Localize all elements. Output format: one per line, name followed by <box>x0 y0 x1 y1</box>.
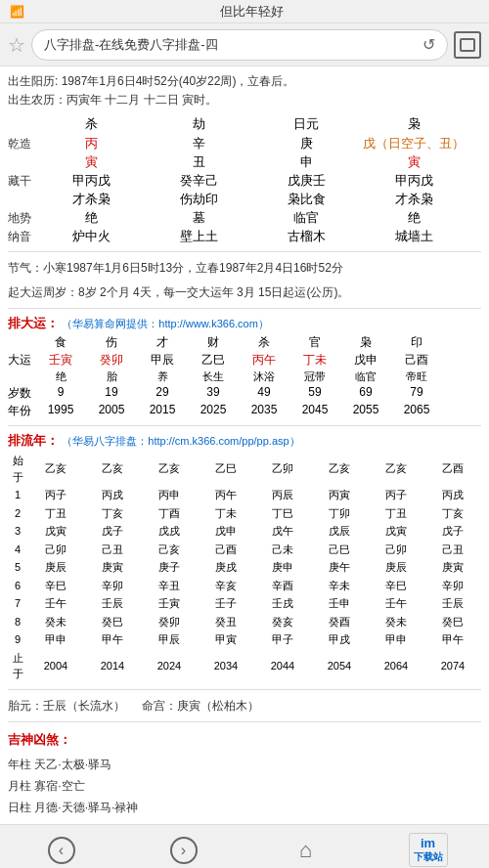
jishen-section: 吉神凶煞： 年柱 天乙·太极·驿马 月柱 寡宿·空亡 日柱 月德·天德·驿马·禄… <box>8 728 481 818</box>
dayun-age-1: 9 <box>35 385 86 402</box>
forward-arrow-icon: › <box>170 837 198 864</box>
dayun-year-row: 年份 1995 2005 2015 2025 2035 2045 2055 20… <box>8 403 481 419</box>
ln-8-2: 癸巳 <box>84 613 141 631</box>
bazi-canggan-4: 甲丙戊 <box>360 172 467 190</box>
ln-4-7: 己卯 <box>368 541 424 559</box>
refresh-icon[interactable]: ↺ <box>422 35 435 54</box>
dayun-sublabel-2: 伤 <box>86 334 137 351</box>
url-bar[interactable]: 八字排盘-在线免费八字排盘-四 ↺ <box>31 29 448 61</box>
dayun-sublabel-6: 官 <box>289 334 340 351</box>
liunian-start-6: 乙亥 <box>311 452 368 486</box>
ln-9-8: 甲午 <box>424 630 481 649</box>
ln-8-8: 癸巳 <box>424 613 481 631</box>
ln-9-7: 甲申 <box>368 630 424 649</box>
bottom-nav: ‹ › ⌂ im下载站 <box>0 824 489 868</box>
dayun-sublabel-7: 枭 <box>340 334 391 351</box>
bazi-header-row: 杀 劫 日元 枭 <box>37 115 481 133</box>
dayun-sub-1: 绝 <box>35 369 86 384</box>
ln-3-8: 戊子 <box>424 522 481 541</box>
status-bar: 📶 但比年轻好 <box>0 0 489 23</box>
ln-2-5: 丁巳 <box>254 504 311 523</box>
liunian-row-7: 7 壬午 壬辰 壬寅 壬子 壬戌 壬申 壬午 壬辰 <box>8 594 481 613</box>
ln-1-7: 丙子 <box>368 486 424 504</box>
bazi-shens-row: 才杀枭 伤劫印 枭比食 才杀枭 <box>8 191 481 208</box>
dayun-age-label: 岁数 <box>8 385 35 402</box>
ln-8-3: 癸卯 <box>141 613 198 631</box>
liunian-row-1-num: 1 <box>8 486 27 504</box>
bazi-canggan-row: 藏干 甲丙戊 癸辛己 戊庚壬 甲丙戊 <box>8 172 481 190</box>
ln-1-2: 丙戌 <box>84 486 141 504</box>
ln-5-4: 庚戌 <box>198 558 254 577</box>
ln-5-7: 庚辰 <box>368 558 424 577</box>
bazi-dishi-3: 临官 <box>252 209 360 227</box>
bazi-shens-2: 伤劫印 <box>145 191 252 208</box>
liunian-source[interactable]: （华易八字排盘：http://cm.k366.com/pp/pp.asp） <box>62 435 299 447</box>
bazi-dishi-row: 地势 绝 墓 临官 绝 <box>8 209 481 227</box>
ln-4-4: 己酉 <box>198 541 254 559</box>
dayun-year-6: 2045 <box>289 403 340 419</box>
ln-8-1: 癸未 <box>27 613 84 631</box>
expand-button[interactable] <box>454 31 481 59</box>
liunian-row-6-num: 6 <box>8 577 27 595</box>
url-text: 八字排盘-在线免费八字排盘-四 <box>44 36 419 54</box>
liunian-start-label: 始于 <box>8 452 27 486</box>
ln-9-2: 甲午 <box>84 630 141 649</box>
dayun-age-2: 19 <box>86 385 137 402</box>
download-button[interactable]: im下载站 <box>407 829 450 868</box>
home-button[interactable]: ⌂ <box>285 829 328 868</box>
ln-7-7: 壬午 <box>368 594 424 613</box>
ln-3-6: 戊辰 <box>311 522 368 541</box>
main-content: 出生阳历: 1987年1月6日4时52分(40岁22周)，立春后。 出生农历：丙… <box>0 66 489 824</box>
dayun-source[interactable]: （华易算命网提供：http://www.k366.com） <box>62 318 269 329</box>
dayun-year-2: 2005 <box>86 403 137 419</box>
ln-2-2: 丁亥 <box>84 504 141 523</box>
liunian-start-5: 乙卯 <box>254 452 311 486</box>
dayun-sublabel-4: 财 <box>188 334 239 351</box>
bazi-canggan-1: 甲丙戊 <box>37 172 145 190</box>
dayun-year-3: 2015 <box>137 403 188 419</box>
ln-7-6: 壬申 <box>311 594 368 613</box>
dayun-sub-row: 绝 胎 养 长生 沐浴 冠带 临官 帝旺 <box>8 369 481 384</box>
jishen-item-1: 年柱 天乙·太极·驿马 <box>8 755 481 776</box>
dayun-year-label: 年份 <box>8 403 35 419</box>
browser-bar: ☆ 八字排盘-在线免费八字排盘-四 ↺ <box>0 23 489 66</box>
dayun-sublabels-row: 食 伤 才 财 杀 官 枭 印 <box>8 334 481 351</box>
dayun-main-8: 己酉 <box>391 352 442 369</box>
liunian-table: 始于 乙亥 乙亥 乙亥 乙巳 乙卯 乙亥 乙亥 乙酉 1 丙子 丙戌 丙申 丙午… <box>8 452 481 683</box>
ln-end-3: 2024 <box>141 649 198 683</box>
dayun-start-text: 起大运周岁：8岁 2个月 4天，每一交大运年 3月 15日起运(公历)。 <box>8 282 481 302</box>
ln-7-2: 壬辰 <box>84 594 141 613</box>
divider-5 <box>8 721 481 722</box>
ln-6-3: 辛丑 <box>141 577 198 595</box>
dayun-age-7: 69 <box>340 385 391 402</box>
dayun-age-4: 39 <box>188 385 239 402</box>
liunian-title: 排流年： <box>8 433 59 448</box>
dayun-year-7: 2055 <box>340 403 391 419</box>
liunian-end-label: 止于 <box>8 649 27 683</box>
ln-9-1: 甲申 <box>27 630 84 649</box>
bazi-shens-3: 枭比食 <box>252 191 360 208</box>
bazi-canggan-3: 戊庚壬 <box>252 172 360 190</box>
bazi-header-riyuan: 日元 <box>252 115 360 133</box>
liunian-row-3: 3 戊寅 戊子 戊戌 戊申 戊午 戊辰 戊寅 戊子 <box>8 522 481 541</box>
dayun-sub-3: 养 <box>137 369 188 384</box>
bazi-qianzao-4: 戊（日空子、丑） <box>360 135 467 152</box>
bookmark-star-icon[interactable]: ☆ <box>8 33 25 57</box>
ln-6-5: 辛酉 <box>254 577 311 595</box>
dayun-sublabel-3: 才 <box>137 334 188 351</box>
ln-8-7: 癸未 <box>368 613 424 631</box>
liunian-row-9: 9 甲申 甲午 甲辰 甲寅 甲子 甲戌 甲申 甲午 <box>8 630 481 649</box>
ln-9-4: 甲寅 <box>198 630 254 649</box>
forward-button[interactable]: › <box>162 829 205 868</box>
ln-3-1: 戊寅 <box>27 522 84 541</box>
bazi-qianzao-2: 辛 <box>145 135 252 152</box>
liunian-start-2: 乙亥 <box>84 452 141 486</box>
back-button[interactable]: ‹ <box>40 829 83 868</box>
ln-end-1: 2004 <box>27 649 84 683</box>
liunian-section: 排流年： （华易八字排盘：http://cm.k366.com/pp/pp.as… <box>8 432 481 683</box>
ln-7-4: 壬子 <box>198 594 254 613</box>
dayun-main-5: 丙午 <box>239 352 289 369</box>
dayun-title: 排大运： <box>8 316 59 330</box>
ln-end-2: 2014 <box>84 649 141 683</box>
dayun-age-row: 岁数 9 19 29 39 49 59 69 79 <box>8 385 481 402</box>
